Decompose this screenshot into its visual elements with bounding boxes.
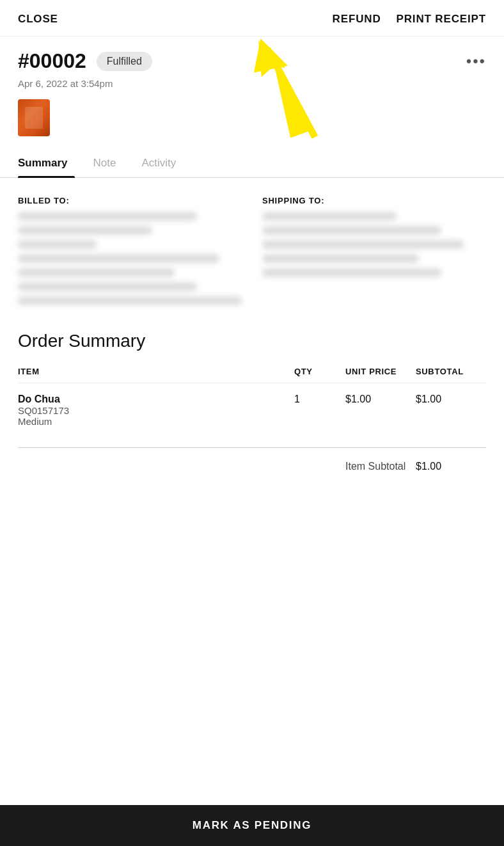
item-subtotal-value: $1.00 [416,461,486,472]
tab-summary[interactable]: Summary [18,148,75,177]
ship-city-line [262,254,419,263]
close-button[interactable]: CLOSE [18,13,58,26]
order-date: Apr 6, 2022 at 3:54pm [18,78,486,89]
product-image [18,99,50,136]
item-details: Do Chua SQ0157173 Medium [18,394,294,427]
item-name: Do Chua [18,394,294,405]
shipping-to-label: SHIPPING TO: [262,196,486,205]
product-thumbnail [18,99,51,138]
order-number: #00002 [18,49,86,73]
col-item: ITEM [18,367,294,376]
billed-city-line [18,254,219,263]
item-subtotal-label: Item Subtotal [345,461,416,472]
tab-note[interactable]: Note [93,148,123,177]
billed-state-line [18,268,175,277]
item-unit-price: $1.00 [345,394,416,427]
billed-addr1-line [18,226,152,235]
billed-zip-line [18,282,197,291]
status-badge: Fulfilled [97,52,152,71]
billed-to-col: BILLED TO: [18,196,242,310]
tab-activity[interactable]: Activity [141,148,184,177]
ship-name-line [262,212,397,221]
item-subtotal: $1.00 [416,394,486,427]
billed-addr2-line [18,240,97,249]
subtotal-row: Item Subtotal $1.00 [18,458,486,475]
billed-country-line [18,296,242,305]
top-bar: CLOSE REFUND PRINT RECEIPT [0,0,504,36]
more-options-button[interactable]: ••• [466,52,486,70]
ship-addr1-line [262,226,441,235]
item-sku: SQ0157173 [18,405,294,416]
ship-state-line [262,268,441,277]
refund-button[interactable]: REFUND [333,13,381,26]
ship-addr2-line [262,240,464,249]
main-content: BILLED TO: SHIPPING TO: Order Summary IT… [0,178,504,475]
item-qty: 1 [294,394,345,427]
table-divider [18,447,486,448]
col-qty: QTY [294,367,345,376]
order-summary-title: Order Summary [18,331,486,351]
item-variant: Medium [18,416,294,427]
top-bar-actions: REFUND PRINT RECEIPT [333,13,486,26]
shipping-to-col: SHIPPING TO: [262,196,486,310]
order-title-left: #00002 Fulfilled [18,49,152,73]
col-unit-price: UNIT PRICE [345,367,416,376]
order-table-header: ITEM QTY UNIT PRICE SUBTOTAL [18,367,486,383]
billed-name-line [18,212,197,221]
bottom-bar: MARK AS PENDING [0,805,504,846]
col-subtotal: SUBTOTAL [416,367,486,376]
mark-as-pending-button[interactable]: MARK AS PENDING [193,819,311,832]
print-receipt-button[interactable]: PRINT RECEIPT [397,13,486,26]
address-row: BILLED TO: SHIPPING TO: [18,196,486,310]
billed-to-label: BILLED TO: [18,196,242,205]
table-row: Do Chua SQ0157173 Medium 1 $1.00 $1.00 [18,394,486,437]
tabs: Summary Note Activity [0,148,504,178]
order-header: #00002 Fulfilled ••• Apr 6, 2022 at 3:54… [0,36,504,138]
order-title-row: #00002 Fulfilled ••• [18,49,486,73]
